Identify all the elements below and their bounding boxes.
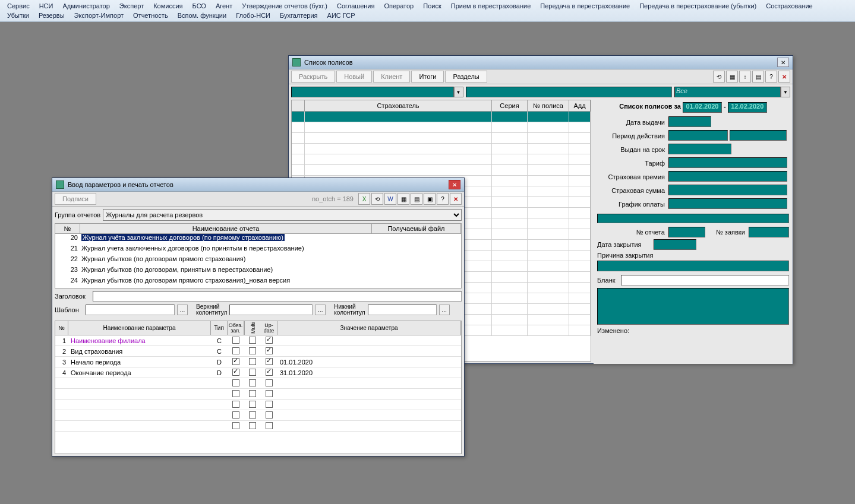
menu-item[interactable]: АИС ГСР [323,11,360,20]
tariff-input[interactable] [668,157,787,168]
filter-all-select[interactable]: Все [674,87,781,97]
menu-item[interactable]: Резервы [34,11,70,20]
list-item[interactable]: 20Журнал учёта заключенных договоров (по… [55,234,461,245]
menu-item[interactable]: Утверждение отчетов (бухг.) [237,1,332,11]
help-icon[interactable]: ? [437,193,449,205]
menu-item[interactable]: Агент [211,1,237,11]
report-group-select[interactable]: Журналы для расчета резервов [103,209,462,221]
header-input[interactable] [229,305,313,315]
checkbox[interactable] [266,401,273,408]
close-icon[interactable]: ✕ [449,180,460,189]
period-to-input[interactable] [730,130,787,141]
notes-area[interactable] [597,288,789,325]
param-row[interactable]: 1Наименование филиалаC [55,335,461,346]
checkbox[interactable] [232,411,239,419]
col-series[interactable]: Серия [492,100,528,111]
reports-window-titlebar[interactable]: Ввод параметров и печать отчетов ✕ [52,178,464,192]
menu-item[interactable]: Администратор [58,1,114,11]
menu-item[interactable]: Прием в перестрахование [446,1,536,11]
checkbox[interactable] [266,369,273,376]
checkbox[interactable] [232,422,239,429]
checkbox[interactable] [232,401,239,408]
toolbar-button[interactable]: Раскрыть [291,71,335,83]
checkbox[interactable] [232,337,239,344]
checkbox[interactable] [266,347,273,354]
checkbox[interactable] [266,390,273,397]
col-policy-no[interactable]: № полиса [528,100,569,111]
checkbox[interactable] [232,390,239,397]
col-report-name[interactable]: Наименование отчета [80,224,372,233]
col-file[interactable]: Получаемый файл [372,224,461,233]
close-reason-input[interactable] [597,261,789,271]
param-row[interactable]: 3Начало периодаD01.01.2020 [55,357,461,367]
col-insurer[interactable]: Страхователь [305,100,492,111]
checkbox[interactable] [249,401,256,408]
filter-input-2[interactable] [466,87,672,97]
date-to-input[interactable]: 12.02.2020 [728,102,767,113]
toolbar-button[interactable]: Итоги [411,71,444,83]
blank-input[interactable] [621,275,789,286]
close-tool-icon[interactable]: ✕ [450,193,462,205]
close-icon[interactable]: ✕ [777,58,789,67]
col-add[interactable]: Адд [569,100,591,111]
checkbox[interactable] [249,337,256,344]
signatures-button[interactable]: Подписи [55,193,96,205]
menu-item[interactable]: БСО [188,1,211,11]
checkbox[interactable] [249,358,256,365]
grid-icon[interactable]: ▦ [397,193,409,205]
checkbox[interactable] [249,347,256,354]
checkbox[interactable] [232,358,239,365]
menu-item[interactable]: Оператор [379,1,418,11]
footer-browse-icon[interactable]: … [439,305,450,315]
filter-input-1[interactable] [291,87,454,97]
menu-item[interactable]: НСИ [34,1,58,11]
checkbox[interactable] [249,379,256,386]
checkbox[interactable] [266,358,273,365]
menu-item[interactable]: Бухгалтерия [275,11,323,20]
table-row[interactable] [292,133,591,144]
checkbox[interactable] [232,347,239,354]
menu-item[interactable]: Передача в перестрахование (убытки) [635,1,761,11]
refresh-icon[interactable]: ⟲ [371,193,383,205]
menu-item[interactable]: Сервис [2,1,34,11]
menu-item[interactable]: Передача в перестрахование [535,1,635,11]
close-date-input[interactable] [654,239,696,250]
checkbox[interactable] [232,379,239,386]
pay-schedule-input[interactable] [668,198,787,209]
table-row[interactable] [292,165,591,176]
col-no[interactable]: № [55,224,80,233]
tool-icon-3[interactable]: ↕ [739,71,751,83]
list-item[interactable]: 23Журнал убытков (по договорам, принятым… [55,266,461,277]
header-browse-icon[interactable]: … [315,305,326,315]
table-row[interactable] [292,112,591,122]
list-item[interactable]: 24Журнал убытков (по договорам прямого с… [55,277,461,287]
menu-item[interactable]: Убытки [2,11,34,20]
toolbar-button[interactable]: Клиент [373,71,410,83]
issued-for-input[interactable] [668,144,731,154]
template-browse-icon[interactable]: … [177,305,188,315]
checkbox[interactable] [266,337,273,344]
grid2-icon[interactable]: ▤ [411,193,422,205]
period-from-input[interactable] [668,130,728,141]
chevron-down-icon[interactable]: ▼ [781,87,790,97]
tool-icon-5[interactable]: ? [765,71,777,83]
calendar-icon[interactable]: ▣ [424,193,436,205]
delete-icon[interactable]: ✕ [778,71,790,83]
request-no-input[interactable] [749,227,789,237]
table-row[interactable] [292,122,591,133]
tool-icon-2[interactable]: ▦ [726,71,738,83]
policy-window-titlebar[interactable]: Список полисов ✕ [289,56,793,69]
checkbox[interactable] [249,422,256,429]
checkbox[interactable] [266,411,273,419]
sum-input[interactable] [668,185,787,195]
param-row[interactable]: 2Вид страхованияC [55,346,461,357]
checkbox[interactable] [249,390,256,397]
checkbox[interactable] [266,379,273,386]
checkbox[interactable] [249,411,256,419]
footer-input[interactable] [368,305,437,315]
template-input[interactable] [86,305,175,315]
table-row[interactable] [292,154,591,165]
table-row[interactable] [292,144,591,154]
toolbar-button[interactable]: Разделы [445,71,487,83]
menu-item[interactable]: Эксперт [115,1,149,11]
